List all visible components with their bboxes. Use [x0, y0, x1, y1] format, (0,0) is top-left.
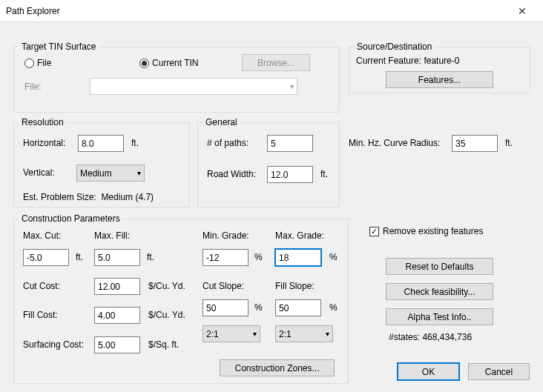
- surf-cost-label: Surfacing Cost:: [23, 339, 84, 350]
- alpha-test-info-button[interactable]: Alpha Test Info..: [386, 308, 493, 325]
- horizontal-label: Horizontal:: [23, 138, 65, 148]
- max-fill-unit: ft.: [147, 252, 154, 262]
- max-fill-label: Max. Fill:: [94, 230, 130, 241]
- surf-cost-input[interactable]: [94, 336, 140, 353]
- close-icon[interactable]: ✕: [507, 1, 537, 21]
- target-tin-legend: Target TIN Surface: [19, 41, 99, 52]
- est-problem-size: Est. Problem Size: Medium (4.7): [23, 192, 154, 202]
- states-label: #states: 468,434,736: [389, 332, 472, 342]
- radius-input[interactable]: [452, 135, 498, 152]
- radius-label: Min. Hz. Curve Radius:: [349, 138, 440, 148]
- fill-cost-label: Fill Cost:: [23, 310, 58, 320]
- remove-features-label: Remove existing features: [383, 226, 483, 236]
- paths-label: # of paths:: [207, 138, 249, 148]
- srcdest-legend: Source/Destination: [354, 41, 435, 52]
- cut-ratio-combo[interactable]: 2:1▾: [203, 325, 260, 342]
- radius-unit: ft.: [505, 138, 513, 148]
- paths-input[interactable]: [267, 135, 313, 152]
- road-width-input[interactable]: [267, 166, 313, 183]
- fill-slope-pct: %: [329, 302, 338, 313]
- min-grade-label: Min. Grade:: [203, 230, 249, 241]
- fill-slope-label: Fill Slope:: [275, 281, 315, 291]
- cancel-button[interactable]: Cancel: [468, 363, 530, 380]
- features-button[interactable]: Features...: [386, 71, 493, 88]
- construction-zones-button[interactable]: Construction Zones...: [220, 359, 335, 376]
- current-tin-radio[interactable]: Current TIN: [139, 58, 198, 68]
- max-fill-input[interactable]: [94, 249, 140, 266]
- chevron-down-icon: ▾: [137, 170, 141, 177]
- construction-legend: Construction Parameters: [19, 213, 123, 224]
- window-title: Path Explorer: [6, 6, 507, 16]
- target-tin-group: Target TIN Surface: [13, 41, 340, 113]
- max-cut-label: Max. Cut:: [23, 230, 61, 241]
- cut-cost-unit: $/Cu. Yd.: [148, 281, 185, 291]
- road-width-unit: ft.: [320, 169, 328, 179]
- chevron-down-icon: ▾: [290, 83, 294, 90]
- chevron-down-icon: ▾: [253, 330, 257, 338]
- min-grade-pct: %: [254, 252, 263, 262]
- horizontal-input[interactable]: [78, 135, 124, 152]
- cut-slope-pct: %: [254, 302, 263, 313]
- cut-cost-input[interactable]: [94, 278, 140, 295]
- states-value: 468,434,736: [422, 332, 472, 342]
- general-legend: General: [203, 117, 240, 127]
- general-group: General: [197, 117, 340, 207]
- fill-ratio-combo[interactable]: 2:1▾: [275, 325, 333, 342]
- file-combo: ▾: [90, 78, 297, 95]
- reset-defaults-button[interactable]: Reset to Defaults: [386, 258, 493, 275]
- check-feasibility-button[interactable]: Check feasibility...: [386, 283, 493, 300]
- fill-cost-unit: $/Cu. Yd.: [148, 310, 185, 320]
- ok-button[interactable]: OK: [398, 363, 459, 380]
- max-grade-input[interactable]: [275, 249, 321, 266]
- cut-slope-label: Cut Slope:: [203, 281, 244, 291]
- est-problem-size-value: Medium (4.7): [101, 192, 154, 202]
- cut-slope-input[interactable]: [203, 299, 249, 316]
- max-cut-input[interactable]: [23, 249, 69, 266]
- road-width-label: Road Width:: [207, 169, 256, 179]
- browse-button: Browse...: [242, 54, 310, 71]
- max-grade-label: Max. Grade:: [275, 230, 324, 241]
- current-tin-radio-label: Current TIN: [152, 58, 198, 68]
- file-radio[interactable]: File: [24, 58, 51, 68]
- current-feature-value: feature-0: [424, 56, 459, 66]
- fill-cost-input[interactable]: [94, 307, 140, 324]
- chevron-down-icon: ▾: [326, 330, 329, 338]
- max-cut-unit: ft.: [76, 252, 83, 262]
- vertical-label: Vertical:: [23, 167, 55, 178]
- min-grade-input[interactable]: [203, 249, 249, 266]
- current-feature-label: Current Feature: feature-0: [356, 56, 459, 66]
- file-label: File:: [24, 82, 42, 92]
- vertical-combo[interactable]: Medium ▾: [76, 165, 145, 182]
- cut-cost-label: Cut Cost:: [23, 281, 60, 291]
- max-grade-pct: %: [329, 252, 338, 262]
- fill-slope-input[interactable]: [275, 299, 321, 316]
- horizontal-unit: ft.: [131, 138, 139, 148]
- resolution-legend: Resolution: [19, 117, 67, 127]
- surf-cost-unit: $/Sq. ft.: [148, 339, 179, 350]
- file-radio-label: File: [37, 58, 51, 68]
- remove-features-check[interactable]: ✓Remove existing features: [369, 226, 483, 236]
